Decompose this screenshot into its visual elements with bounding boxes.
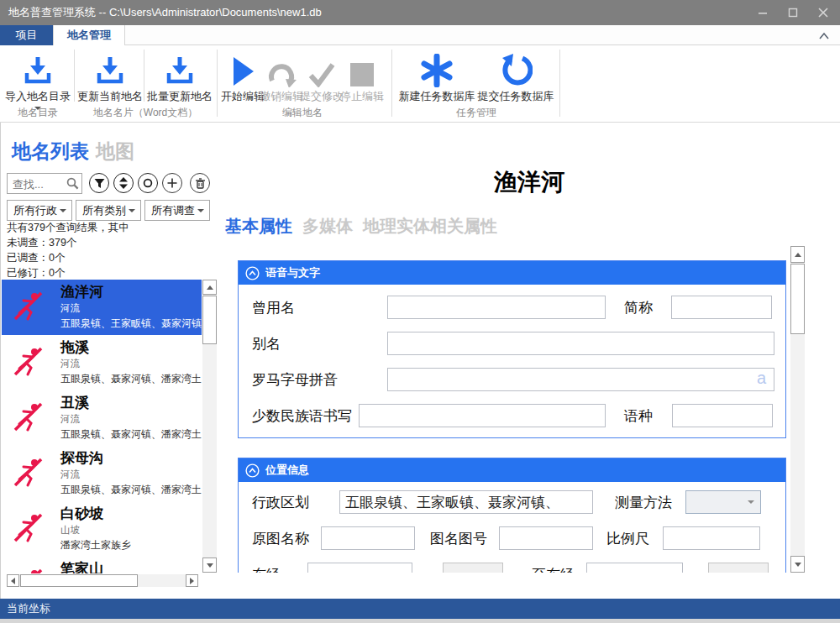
maximize-button[interactable]: [778, 0, 808, 25]
close-button[interactable]: [808, 0, 838, 25]
filter-survey-dropdown[interactable]: 所有调查: [144, 200, 210, 221]
original-map-name-label: 原图名称: [252, 529, 321, 548]
scrollbar-thumb[interactable]: [20, 574, 138, 587]
filter-category-dropdown[interactable]: 所有类别: [76, 200, 141, 221]
triangle-down-icon: [207, 563, 213, 568]
measure-method-dropdown[interactable]: [685, 490, 761, 514]
map-name-number-label: 图名图号: [430, 529, 487, 548]
update-current-placename-button[interactable]: 更新当前地名: [77, 49, 143, 104]
circular-arrow-icon: [477, 49, 554, 87]
pinyin-input[interactable]: [387, 368, 774, 391]
triangle-down-icon: [795, 563, 801, 567]
list-item[interactable]: 丑溪 河流 五眼泉镇、聂家河镇、潘家湾土: [2, 390, 202, 446]
short-name-input[interactable]: [671, 296, 772, 319]
commit-changes-button[interactable]: 提交修改: [299, 49, 344, 104]
minimize-button[interactable]: [748, 0, 778, 25]
download-icon: [4, 49, 71, 87]
download-icon: [146, 49, 213, 87]
scroll-left-button[interactable]: [7, 574, 19, 587]
trash-icon: [195, 178, 206, 189]
form-vertical-scrollbar[interactable]: [790, 246, 805, 573]
add-button[interactable]: [162, 173, 182, 193]
longitude-input[interactable]: [307, 563, 412, 573]
ribbon-collapse-button[interactable]: [818, 29, 830, 44]
map-name-number-input[interactable]: [499, 526, 593, 550]
measure-method-label: 测量方法: [615, 493, 672, 512]
chevron-down-icon: [748, 500, 754, 504]
original-map-name-input[interactable]: [321, 526, 415, 550]
list-item[interactable]: 探母沟 河流 五眼泉镇、聂家河镇、潘家湾土: [2, 446, 202, 501]
list-item[interactable]: 笔家山: [2, 557, 202, 573]
delete-button[interactable]: [190, 173, 210, 193]
scroll-up-button[interactable]: [790, 246, 805, 263]
tab-placename-management[interactable]: 地名管理: [53, 25, 125, 45]
section-location-info: 位置信息 行政区划 测量方法 原图名称 图名图号 比例尺 东经 至东经: [238, 458, 786, 573]
scroll-right-button[interactable]: [186, 574, 198, 587]
list-vertical-scrollbar[interactable]: [202, 280, 217, 573]
ribbon: 导入地名目录 更新当前地名 批量更新地名 开始编辑: [0, 45, 840, 123]
not-surveyed-runner-icon: [12, 456, 45, 493]
locate-button[interactable]: [138, 173, 158, 193]
short-name-label: 简称: [624, 298, 653, 317]
longitude-extra-field[interactable]: [443, 563, 503, 573]
group-label-task: 任务管理: [398, 106, 554, 120]
submit-task-database-button[interactable]: 提交任务数据库: [477, 49, 554, 104]
filter-button[interactable]: [89, 173, 109, 193]
scale-input[interactable]: [663, 526, 760, 550]
not-surveyed-runner-icon: [12, 345, 45, 382]
triangle-left-icon: [11, 578, 15, 584]
list-horizontal-scrollbar[interactable]: [7, 574, 198, 587]
scroll-up-button[interactable]: [202, 280, 217, 295]
new-task-database-button[interactable]: 新建任务数据库: [398, 49, 475, 104]
import-placename-catalog-button[interactable]: 导入地名目录: [4, 49, 71, 110]
window-titlebar: 地名普查管理系统 -- C:\Users\Administrator\Docum…: [0, 0, 840, 25]
tab-multimedia[interactable]: 多媒体: [302, 217, 353, 235]
group-label-card: 地名名片（Word文档）: [77, 106, 213, 120]
to-longitude-label: 至东经: [532, 565, 575, 573]
to-longitude-extra-field[interactable]: [708, 563, 769, 573]
tab-map[interactable]: 地图: [96, 140, 134, 162]
stop-editing-button[interactable]: 停止编辑: [339, 49, 385, 104]
scroll-down-button[interactable]: [202, 558, 217, 573]
scrollbar-thumb[interactable]: [202, 296, 217, 344]
list-item[interactable]: 渔洋河 河流 五眼泉镇、王家畈镇、聂家河镇: [2, 280, 202, 335]
window-edge: [0, 123, 1, 599]
minority-language-input[interactable]: [359, 404, 606, 427]
minimize-icon: [758, 8, 768, 18]
sort-button[interactable]: [113, 173, 134, 193]
redo-arrow-icon: [259, 49, 304, 87]
list-item[interactable]: 白砂坡 山坡 潘家湾土家族乡: [2, 501, 202, 557]
funnel-icon: [94, 178, 105, 189]
ribbon-separator: [144, 50, 144, 102]
undo-editing-button[interactable]: 撤销编辑: [259, 49, 304, 104]
section-header[interactable]: 语音与文字: [239, 261, 785, 285]
stats-total: 共有379个查询结果，其中: [7, 220, 129, 235]
detail-tabs: 基本属性多媒体地理实体相关属性: [225, 215, 497, 238]
scale-label: 比例尺: [606, 529, 649, 548]
chevron-down-icon: [60, 209, 66, 212]
admin-division-input[interactable]: [339, 490, 593, 514]
tab-geo-entity-attributes[interactable]: 地理实体相关属性: [363, 217, 497, 235]
collapse-chevron-icon: [245, 463, 260, 478]
language-input[interactable]: [672, 404, 773, 427]
filter-admin-dropdown[interactable]: 所有行政: [7, 200, 72, 221]
batch-update-placename-button[interactable]: 批量更新地名: [146, 49, 213, 104]
tab-placename-list[interactable]: 地名列表: [12, 140, 89, 162]
not-surveyed-runner-icon: [12, 567, 45, 573]
ribbon-group-separator: [217, 50, 218, 117]
former-name-label: 曾用名: [252, 298, 387, 317]
tab-basic-attributes[interactable]: 基本属性: [225, 217, 292, 235]
tab-project[interactable]: 项目: [0, 25, 53, 45]
scrollbar-thumb[interactable]: [790, 264, 805, 334]
ribbon-group-separator: [559, 50, 560, 117]
scroll-down-button[interactable]: [790, 556, 805, 573]
search-input[interactable]: [11, 175, 66, 192]
collapse-chevron-icon: [245, 266, 260, 280]
to-longitude-input[interactable]: [586, 563, 683, 573]
former-name-input[interactable]: [387, 296, 606, 319]
group-label-edit: 编辑地名: [220, 106, 385, 120]
alias-input[interactable]: [387, 332, 774, 355]
list-item[interactable]: 拖溪 河流 五眼泉镇、聂家河镇、潘家湾土: [2, 335, 202, 390]
window-bottom-edge: [0, 619, 840, 623]
section-header[interactable]: 位置信息: [239, 458, 785, 482]
